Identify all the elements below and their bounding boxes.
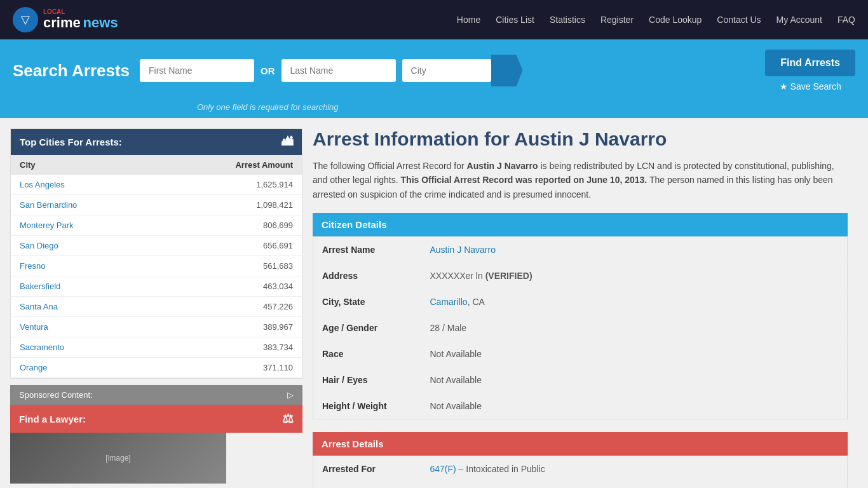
table-row: Address XXXXXXer ln (VERIFIED) [313,263,848,289]
field-label: City, State [313,289,421,315]
col-city: City [11,155,156,175]
city-amount: 383,734 [156,337,302,358]
field-value: Not Available [421,393,848,419]
city-amount: 389,967 [156,317,302,337]
arrested-for-link[interactable]: 647(F) [430,464,456,474]
field-value: Austin J Navarro [421,237,848,263]
search-title: Search Arrests [13,61,130,81]
field-label: Height / Weight [313,393,421,419]
city-link[interactable]: Monterey Park [20,220,74,230]
nav-contact-us[interactable]: Contact Us [717,15,761,25]
city-link[interactable]: San Diego [20,241,58,250]
table-row: Sacramento 383,734 [11,337,302,358]
city-name: Bakersfield [11,276,156,297]
verified-badge: (VERIFIED) [485,271,532,281]
nav-code-lookup[interactable]: Code Lookup [649,15,702,25]
city-amount: 371,110 [156,358,302,378]
field-label: Age / Gender [313,315,421,341]
table-row: Fresno 561,683 [11,256,302,276]
find-save-group: Find Arrests ★ Save Search [765,50,855,92]
detail-panel: Arrest Information for Austin J Navarro … [302,128,858,488]
arrest-details-table: Arrested For 647(F) – Intoxicated in Pub… [313,456,848,488]
last-name-input[interactable] [281,59,396,82]
table-row: Race Not Available [313,341,848,367]
city-name: San Bernardino [11,195,156,215]
nav-register[interactable]: Register [600,15,634,25]
nav-faq[interactable]: FAQ [837,15,855,25]
lawyer-box: Find a Lawyer: ⚖ [10,405,302,433]
table-row: City, State Camarillo, CA [313,289,848,315]
lawyer-image: [image] [10,433,226,484]
table-row: Age / Gender 28 / Male [313,315,848,341]
or-label: OR [261,65,275,76]
nav-cities-list[interactable]: Cities List [496,15,534,25]
field-value: 28 / Male [421,315,848,341]
cities-table: City Arrest Amount Los Angeles 1,625,914… [11,155,302,378]
search-note: Only one field is required for searching [197,102,339,112]
field-value: Not Available [421,367,848,393]
field-label: Hair / Eyes [313,367,421,393]
city-link[interactable]: Sacramento [20,342,64,352]
table-row: Arrest Date June 8, 2013 [313,482,848,488]
scale-icon: ⚖ [282,411,294,426]
field-label: Arrest Name [313,237,421,263]
city-amount: 806,699 [156,215,302,236]
table-row: San Diego 656,691 [11,236,302,256]
city-link[interactable]: Bakersfield [20,281,60,291]
first-name-input[interactable] [140,59,254,82]
star-icon: ★ [780,81,788,92]
city-link[interactable]: Ventura [20,322,48,332]
nav-statistics[interactable]: Statistics [550,15,585,25]
table-row: Monterey Park 806,699 [11,215,302,236]
page-title: Arrest Information for Austin J Navarro [313,128,848,150]
city-link[interactable]: Orange [20,363,47,372]
city-name: Monterey Park [11,215,156,236]
col-arrest-amount: Arrest Amount [156,155,302,175]
field-value: 647(F) – Intoxicated in Public [421,456,848,482]
table-row: Arrested For 647(F) – Intoxicated in Pub… [313,456,848,482]
city-amount: 561,683 [156,256,302,276]
search-arrow [491,55,523,86]
city-name: Orange [11,358,156,378]
table-row: Hair / Eyes Not Available [313,367,848,393]
sidebar: Top Cities For Arrests: 🏙 City Arrest Am… [10,128,302,488]
city-link[interactable]: Santa Ana [20,302,58,311]
city-input[interactable] [402,59,491,82]
city-amount: 656,691 [156,236,302,256]
table-row: Orange 371,110 [11,358,302,378]
search-inputs: OR [140,55,755,86]
city-name: Fresno [11,256,156,276]
city-link[interactable]: San Bernardino [20,200,77,210]
intro-text: The following Official Arrest Record for… [313,159,848,201]
table-row: Bakersfield 463,034 [11,276,302,297]
nav-home[interactable]: Home [457,15,480,25]
city-name: Santa Ana [11,297,156,317]
city-state-link[interactable]: Camarillo [430,297,468,307]
table-row: Santa Ana 457,226 [11,297,302,317]
citizen-section-header: Citizen Details [313,213,848,236]
nav-my-account[interactable]: My Account [776,15,822,25]
save-search-button[interactable]: ★ Save Search [780,81,841,92]
sponsored-header: Sponsored Content: ▷ [10,385,302,405]
city-amount: 463,034 [156,276,302,297]
find-arrests-button[interactable]: Find Arrests [765,50,855,76]
city-amount: 1,098,421 [156,195,302,215]
table-row: San Bernardino 1,098,421 [11,195,302,215]
search-bar-wrapper: Search Arrests OR Find Arrests ★ Save Se… [0,39,868,118]
city-name: Los Angeles [11,175,156,195]
city-link[interactable]: Fresno [20,261,45,271]
city-name: San Diego [11,236,156,256]
arrest-name-link[interactable]: Austin J Navarro [430,245,496,255]
city-name: Sacramento [11,337,156,358]
table-row: Height / Weight Not Available [313,393,848,419]
city-icon: 🏙 [281,135,293,149]
field-value: Camarillo, CA [421,289,848,315]
table-row: Ventura 389,967 [11,317,302,337]
play-icon: ▷ [287,390,294,400]
cities-panel: Top Cities For Arrests: 🏙 City Arrest Am… [10,128,302,379]
logo[interactable]: LOCAL crime news [13,7,118,32]
city-amount: 1,625,914 [156,175,302,195]
field-value: Not Available [421,341,848,367]
field-label: Arrested For [313,456,421,482]
city-link[interactable]: Los Angeles [20,180,65,189]
